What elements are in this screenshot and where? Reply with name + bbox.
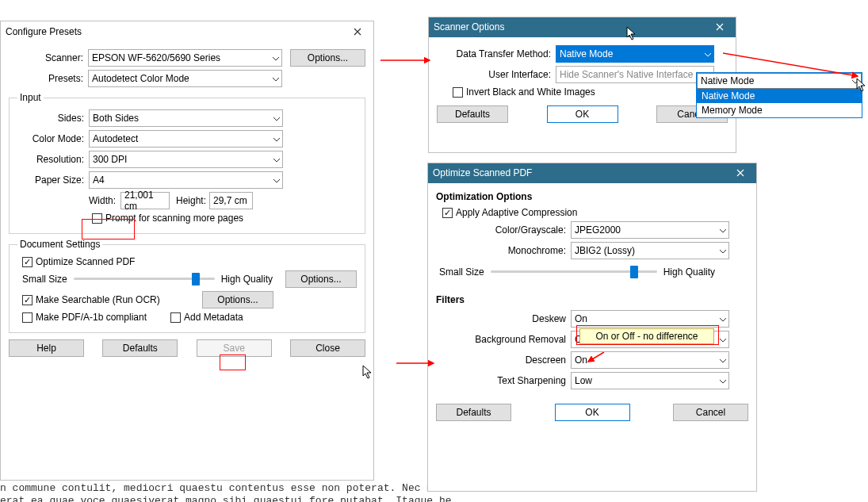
dropdown-option-native[interactable]: Native Mode: [697, 89, 862, 103]
opt-quality-slider[interactable]: [491, 264, 657, 280]
descreen-select[interactable]: On: [571, 351, 729, 369]
papersize-label: Paper Size:: [17, 174, 89, 186]
dtm-value: Native Mode: [560, 48, 613, 59]
close-icon[interactable]: [342, 21, 373, 41]
opt-ok-button[interactable]: OK: [555, 404, 630, 421]
close-icon[interactable]: [725, 163, 756, 183]
deskew-value: On: [575, 313, 587, 324]
opt-slider-thumb[interactable]: [630, 266, 638, 278]
sides-label: Sides:: [17, 113, 89, 124]
ocr-options-label: Options...: [217, 294, 258, 305]
chevron-down-icon: [273, 133, 280, 144]
height-input[interactable]: 29,7 cm: [209, 192, 253, 209]
scanopts-defaults-label: Defaults: [455, 109, 490, 120]
slider-thumb[interactable]: [192, 273, 200, 285]
pdfa-checkbox[interactable]: [22, 312, 33, 323]
scanopts-defaults-button[interactable]: Defaults: [437, 105, 508, 123]
height-value: 29,7 cm: [213, 195, 247, 206]
resolution-select[interactable]: 300 DPI: [89, 151, 283, 168]
close-button[interactable]: Close: [290, 339, 365, 357]
descreen-value: On: [575, 354, 587, 366]
sharpen-select[interactable]: Low: [571, 372, 729, 389]
presets-label: Presets:: [9, 73, 88, 84]
bgrem-label: Background Removal: [436, 334, 571, 345]
chevron-down-icon: [720, 354, 726, 366]
invert-checkbox[interactable]: [453, 87, 463, 98]
deskew-select[interactable]: On: [571, 310, 729, 328]
document-settings-fieldset: Document Settings Optimize Scanned PDF S…: [9, 239, 365, 333]
optimize-options-button[interactable]: Options...: [285, 270, 357, 288]
mono-label: Monochrome:: [436, 245, 571, 256]
ocr-checkbox[interactable]: [22, 295, 33, 305]
colormode-select[interactable]: Autodetect: [89, 130, 283, 148]
help-label: Help: [36, 343, 56, 354]
descreen-label: Descreen: [436, 354, 571, 366]
width-value: 21,001 cm: [124, 190, 166, 212]
opt-cancel-button[interactable]: Cancel: [673, 404, 748, 421]
optimize-pdf-window: Optimize Scanned PDF Optimization Option…: [427, 163, 757, 492]
scanner-label: Scanner:: [9, 52, 88, 63]
scanner-options-button[interactable]: Options...: [290, 49, 365, 67]
opt-smallsize-label: Small Size: [439, 266, 484, 278]
dropdown-current[interactable]: Native Mode: [697, 73, 862, 89]
adaptive-checkbox[interactable]: [442, 208, 453, 218]
save-label: Save: [223, 343, 244, 354]
chevron-down-icon: [720, 313, 726, 324]
optimize-checkbox[interactable]: [22, 257, 33, 267]
height-label: Height:: [176, 195, 209, 206]
ui-select[interactable]: Hide Scanner's Native Interface: [556, 66, 714, 83]
background-text: n commune contulit, mediocri quaestu con…: [0, 482, 452, 502]
defaults-label: Defaults: [123, 343, 158, 354]
presets-select[interactable]: Autodetect Color Mode: [88, 70, 282, 87]
opt-cancel-label: Cancel: [696, 407, 725, 418]
chevron-down-icon: [273, 154, 280, 165]
mono-select[interactable]: JBIG2 (Lossy): [571, 242, 729, 259]
ui-value: Hide Scanner's Native Interface: [560, 69, 693, 80]
deskew-label: Deskew: [436, 313, 571, 324]
papersize-select[interactable]: A4: [89, 171, 283, 189]
width-label: Width:: [89, 195, 120, 206]
prompt-checkbox[interactable]: [92, 213, 102, 224]
dropdown-current-value: Native Mode: [701, 75, 754, 86]
sides-select[interactable]: Both Sides: [89, 109, 283, 127]
colormode-value: Autodetect: [93, 133, 138, 144]
save-button[interactable]: Save: [197, 339, 272, 357]
optimize-pdf-titlebar: Optimize Scanned PDF: [428, 163, 756, 183]
colorgray-value: JPEG2000: [575, 224, 621, 236]
smallsize-label: Small Size: [22, 274, 67, 285]
adaptive-label: Apply Adaptive Compression: [456, 207, 577, 218]
ocr-options-button[interactable]: Options...: [202, 291, 273, 308]
help-button[interactable]: Help: [9, 339, 84, 357]
chevron-down-icon: [273, 113, 280, 124]
filters-heading: Filters: [436, 294, 748, 305]
scanopts-ok-button[interactable]: OK: [547, 105, 618, 123]
mono-value: JBIG2 (Lossy): [575, 245, 635, 256]
scanner-value: EPSON WF-5620/5690 Series: [92, 52, 220, 63]
ui-label: User Interface:: [437, 69, 556, 80]
defaults-button[interactable]: Defaults: [102, 339, 178, 357]
dropdown-option-memory[interactable]: Memory Mode: [697, 103, 862, 117]
width-input[interactable]: 21,001 cm: [120, 192, 170, 209]
optimization-heading: Optimization Options: [436, 191, 748, 202]
chevron-down-icon: [852, 75, 858, 86]
optimize-pdf-title: Optimize Scanned PDF: [433, 167, 532, 178]
scanner-options-window: Scanner Options Data Transfer Method: Na…: [428, 17, 736, 153]
input-legend: Input: [17, 92, 44, 103]
papersize-value: A4: [93, 174, 105, 186]
close-icon[interactable]: [704, 17, 736, 37]
highquality-label: High Quality: [221, 274, 273, 285]
dtm-label: Data Transfer Method:: [437, 48, 556, 59]
configure-presets-title: Configure Presets: [6, 26, 82, 37]
scanner-select[interactable]: EPSON WF-5620/5690 Series: [88, 49, 282, 67]
ocr-label: Make Searchable (Run OCR): [36, 294, 202, 305]
annotation-note: On or Off - no difference: [579, 328, 714, 344]
chevron-down-icon: [273, 52, 279, 63]
opt-defaults-button[interactable]: Defaults: [436, 404, 511, 421]
resolution-label: Resolution:: [17, 154, 89, 165]
quality-slider[interactable]: [74, 271, 215, 287]
dtm-select[interactable]: Native Mode: [556, 45, 714, 63]
colorgray-select[interactable]: JPEG2000: [571, 221, 729, 239]
chevron-down-icon: [720, 245, 726, 256]
addmeta-checkbox[interactable]: [170, 312, 181, 323]
dropdown-opt1-label: Native Mode: [702, 90, 755, 102]
